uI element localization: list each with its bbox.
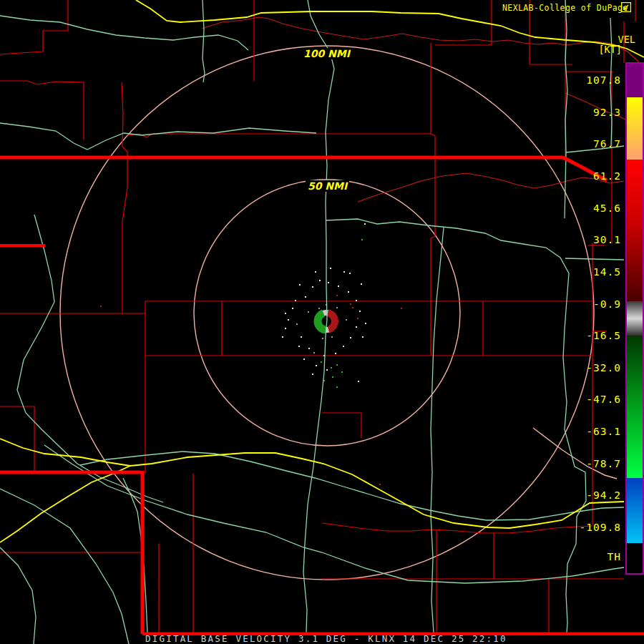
scale-label: -47.6 xyxy=(564,394,621,406)
scale-label: 45.6 xyxy=(564,203,621,215)
cod-logo-icon xyxy=(621,2,631,12)
scale-label: 92.3 xyxy=(564,107,621,119)
scale-label: 107.8 xyxy=(564,74,621,87)
scale-label: 61.2 xyxy=(564,170,621,182)
scale-label: -94.2 xyxy=(564,489,621,502)
highways xyxy=(0,0,644,542)
brand-text: NEXLAB-College of DuPage xyxy=(502,2,628,14)
rivers-green xyxy=(0,0,624,644)
scale-label: -109.8 xyxy=(564,522,621,534)
scale-label: -32.0 xyxy=(564,362,621,374)
velocity-colorbar-gradient xyxy=(627,64,643,573)
scale-label: 30.1 xyxy=(564,234,621,246)
product-title: DIGITAL BASE VELOCITY 3.1 DEG - KLNX 14 … xyxy=(145,633,507,644)
scale-label: -78.7 xyxy=(564,458,621,470)
highway-southwest-branch xyxy=(0,466,130,542)
radar-map xyxy=(0,0,644,644)
ring-label-100nmi: 100 NMI xyxy=(301,48,352,59)
scale-label: -0.9 xyxy=(564,298,621,311)
scale-label: 76.7 xyxy=(564,138,621,150)
scale-label: 14.5 xyxy=(564,266,621,278)
scale-label: -63.1 xyxy=(564,426,621,438)
highway-south xyxy=(0,439,624,528)
velocity-colorbar xyxy=(625,62,644,575)
unit-bracket-label: [KT] xyxy=(598,44,622,56)
radar-display: NEXLAB-College of DuPage VEL [KT] 100 NM… xyxy=(0,0,644,644)
colorbar-threshold-label: TH xyxy=(564,551,621,563)
scale-label: -16.5 xyxy=(564,330,621,342)
ring-label-50nmi: 50 NMI xyxy=(306,180,349,192)
